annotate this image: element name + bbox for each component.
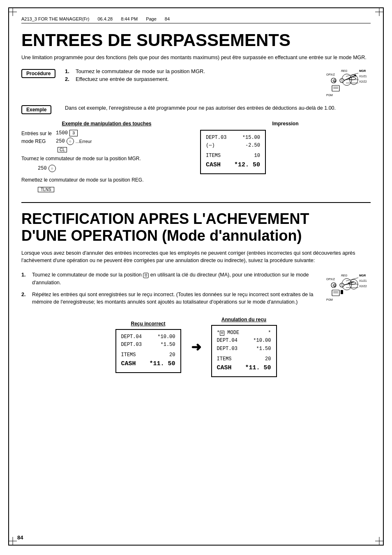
exemple-badge: Exemple <box>21 105 51 114</box>
crosshair-br <box>375 537 383 545</box>
annul-label1: DEPT.04 <box>217 337 238 345</box>
manip-keys-col: 1500 3 250 ○ ...Erreur CL <box>56 130 92 152</box>
svg-text:PGM: PGM <box>326 94 333 97</box>
recu-val2: *1.50 <box>160 341 175 349</box>
receipt-box-1: DEPT.03 *15.00 (—) -2.50 ITEMS 10 CASH *… <box>200 130 266 174</box>
manip-note2: Remettez le commutateur de mode sur la p… <box>21 176 192 184</box>
svg-text:OPX/Z: OPX/Z <box>326 278 335 281</box>
manip-label1b: mode REG <box>21 138 46 144</box>
receipt-comparison: Reçu incorrect DEPT.04 *10.00 DEPT.03 *1… <box>21 317 371 377</box>
cl-key: CL <box>58 147 67 152</box>
recu-row2: DEPT.03 *1.50 <box>121 341 175 349</box>
arrow-right: ➜ <box>191 340 201 354</box>
annul-label: Annulation du reçu <box>211 317 277 322</box>
svg-text:X2/Z2: X2/Z2 <box>359 285 367 288</box>
r1-label2: (—) <box>206 142 215 150</box>
annul-label2: DEPT.03 <box>217 345 238 353</box>
manip-val2: 250 <box>56 138 65 144</box>
page-number: 84 <box>17 534 23 541</box>
impression-col: Impression DEPT.03 *15.00 (—) -2.50 ITEM… <box>200 121 371 174</box>
mgr-key-icon: ⊡ <box>143 273 149 278</box>
manip-row-3: 250 ○ <box>38 165 192 172</box>
receipt1-row2: (—) -2.50 <box>206 142 260 150</box>
section1-description: Une limitation programmée pour des fonct… <box>21 54 371 62</box>
annul-row2: DEPT.03 *1.50 <box>217 345 271 353</box>
recu-row1: DEPT.04 *10.00 <box>121 333 175 341</box>
manip-key-row-1: 1500 3 <box>56 130 92 136</box>
receipt-right: Annulation du reçu *⊡ MODE * DEPT.04 *10… <box>211 317 277 377</box>
r1-label3: ITEMS <box>206 152 221 160</box>
recu-row4: CASH *11. 50 <box>121 359 175 369</box>
recu-label: Reçu incorrect <box>115 321 181 327</box>
procedure-steps: 1. Tournez le commutateur de mode sur la… <box>65 68 319 82</box>
manip-col: Exemple de manipulation des touches Entr… <box>21 121 192 192</box>
receipt1-row4: CASH *12. 50 <box>206 160 260 170</box>
section2-steps: 1. Tournez le commutateur de mode sur la… <box>21 271 317 306</box>
svg-text:⏻: ⏻ <box>332 79 336 83</box>
annul-row3: ITEMS 20 CASH *11. 50 <box>217 355 271 373</box>
step2-text-s2: Répétez les entrées qui sont enregistrée… <box>32 291 317 306</box>
annul-label4: CASH <box>217 363 232 373</box>
section2-text: 1. Tournez le commutateur de mode sur la… <box>21 271 317 313</box>
exemple-row: Exemple Dans cet exemple, l'enregistreus… <box>21 104 371 114</box>
header-page-num: 84 <box>165 16 170 21</box>
annul-icon-label: *⊡ MODE <box>217 329 240 337</box>
step-2: 2. Effectuez une entrée de surpassement. <box>65 76 319 82</box>
svg-text:OPX/Z: OPX/Z <box>326 73 335 76</box>
recu-label4: CASH <box>121 359 136 369</box>
header-date: 06.4.28 <box>97 16 113 21</box>
manip-key-row-2: 250 ○ ...Erreur <box>56 138 92 145</box>
r1-val1: *15.00 <box>242 134 260 142</box>
svg-text:REG: REG <box>341 69 348 72</box>
svg-text:MGR: MGR <box>359 274 366 277</box>
receipt1-row1: DEPT.03 *15.00 <box>206 134 260 142</box>
section2-content: 1. Tournez le commutateur de mode sur la… <box>21 271 371 313</box>
manip-note1: Tournez le commutateur de mode sur la po… <box>21 155 192 162</box>
svg-text:X1/Z1: X1/Z1 <box>359 75 367 78</box>
r1-val2: -2.50 <box>245 142 260 150</box>
recu-val1: *10.00 <box>157 333 175 341</box>
page-container: A213_3 FOR THE MANAGER(Fr) 06.4.28 8:44 … <box>8 7 384 546</box>
manip-val1: 1500 <box>56 130 68 136</box>
step2-num-s2: 2. <box>21 291 29 306</box>
annul-row1: DEPT.04 *10.00 <box>217 337 271 345</box>
procedure-row: Procédure 1. Tournez le commutateur de m… <box>21 68 371 100</box>
section-divider <box>21 202 371 203</box>
tlns-row: TLNS <box>38 186 192 192</box>
section2-description: Lorsque vous avez besoin d'annuler des e… <box>21 249 371 265</box>
recu-row3: ITEMS 20 CASH *11. 50 <box>121 351 175 369</box>
section2-step2: 2. Répétez les entrées qui sont enregist… <box>21 291 317 306</box>
receipt1-row3: ITEMS 10 CASH *12. 50 <box>206 152 260 170</box>
manip-label1: Entrées sur le <box>21 131 52 136</box>
header-page-label: Page <box>146 16 157 21</box>
annul-label3: ITEMS <box>217 355 232 363</box>
recu-val4: *11. 50 <box>149 359 175 369</box>
receipt-left: Reçu incorrect DEPT.04 *10.00 DEPT.03 *1… <box>115 321 181 373</box>
key-switch-svg-2: REG MGR OPX/Z X1/Z1 X2/Z2 ⏻ PGM <box>325 273 371 306</box>
annul-val4: *11. 50 <box>245 363 271 373</box>
section2-step1: 1. Tournez le commutateur de mode sur la… <box>21 271 317 287</box>
key-switch-diagram-1: REG MGR OPX/Z X1/Z1 X2/Z2 ⏻ <box>325 68 371 100</box>
minus-circle-key: ○ <box>67 138 74 145</box>
annul-row0: *⊡ MODE * <box>217 329 271 337</box>
svg-text:X1/Z1: X1/Z1 <box>359 279 367 282</box>
exemple-text: Dans cet exemple, l'enregistreuse a été … <box>65 104 371 112</box>
procedure-badge-wrapper: Procédure <box>21 68 58 78</box>
manip-row-1: Entrées sur le mode REG 1500 3 250 ○ ...… <box>21 130 192 152</box>
section1-title: ENTREES DE SURPASSEMENTS <box>21 31 371 50</box>
svg-text:PGM: PGM <box>326 298 333 301</box>
header-bar: A213_3 FOR THE MANAGER(Fr) 06.4.28 8:44 … <box>21 16 371 23</box>
exemple-badge-wrapper: Exemple <box>21 104 58 114</box>
step1-text-s2: Tournez le commutateur de mode sur la po… <box>32 271 317 287</box>
step1-num: 1. <box>65 68 72 74</box>
r1-val4: *12. 50 <box>234 160 260 170</box>
annul-val0: * <box>268 329 271 337</box>
step1-num-s2: 1. <box>21 271 29 287</box>
key-switch-diagram-2: REG MGR OPX/Z X1/Z1 X2/Z2 ⏻ PGM <box>325 273 371 313</box>
key-switch-svg-1: REG MGR OPX/Z X1/Z1 X2/Z2 ⏻ <box>325 68 371 99</box>
svg-text:⏻: ⏻ <box>332 283 336 287</box>
receipt-box-recu: DEPT.04 *10.00 DEPT.03 *1.50 ITEMS 20 CA… <box>115 329 181 373</box>
r1-label4: CASH <box>206 160 221 170</box>
recu-label1: DEPT.04 <box>121 333 142 341</box>
step-1: 1. Tournez le commutateur de mode sur la… <box>65 68 319 74</box>
